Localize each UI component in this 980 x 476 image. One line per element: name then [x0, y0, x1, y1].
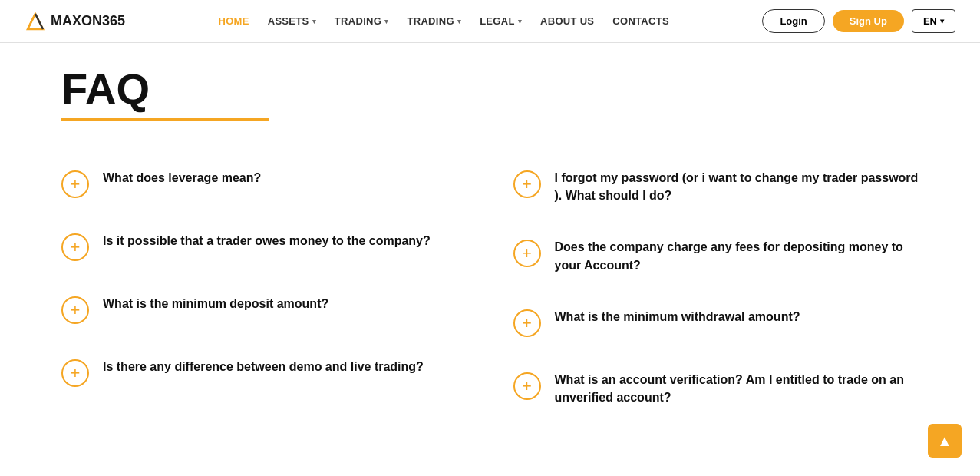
- svg-line-2: [35, 14, 43, 29]
- faq-title: FAQ: [61, 68, 919, 111]
- nav-assets[interactable]: ASSETS ▾: [260, 11, 324, 31]
- faq-item: +What is an account verification? Am I e…: [513, 354, 919, 423]
- faq-question-text: What is the minimum deposit amount?: [103, 295, 328, 312]
- nav-about[interactable]: ABOUT US: [533, 11, 602, 31]
- faq-question-text: Is it possible that a trader owes money …: [103, 232, 431, 250]
- faq-title-underline: [61, 118, 269, 121]
- trading2-chevron-icon: ▾: [457, 18, 461, 25]
- faq-question-text: Is there any difference between demo and…: [103, 358, 424, 375]
- nav-trading2[interactable]: TRADING ▾: [399, 11, 469, 31]
- faq-right-column: +I forgot my password (or i want to chan…: [513, 152, 919, 423]
- trading1-chevron-icon: ▾: [384, 18, 388, 25]
- assets-chevron-icon: ▾: [312, 18, 316, 25]
- language-selector[interactable]: EN ▾: [912, 9, 955, 33]
- faq-question-text: I forgot my password (or i want to chang…: [555, 169, 919, 204]
- faq-left-column: +What does leverage mean?+Is it possible…: [61, 152, 467, 423]
- logo[interactable]: MAXON365: [25, 11, 125, 32]
- faq-item: +Does the company charge any fees for de…: [513, 221, 919, 290]
- faq-item: +What is the minimum deposit amount?: [61, 278, 467, 341]
- nav-home[interactable]: HOME: [211, 11, 257, 31]
- faq-plus-button[interactable]: +: [513, 372, 541, 400]
- faq-plus-button[interactable]: +: [61, 170, 89, 198]
- nav-contacts[interactable]: CONTACTS: [605, 11, 677, 31]
- lang-chevron-icon: ▾: [940, 17, 944, 25]
- nav-trading1[interactable]: TRADING ▾: [327, 11, 397, 31]
- faq-item: +I forgot my password (or i want to chan…: [513, 152, 919, 221]
- logo-icon: [25, 11, 46, 32]
- faq-title-section: FAQ: [61, 68, 919, 121]
- svg-line-1: [28, 14, 35, 29]
- faq-plus-button[interactable]: +: [61, 359, 89, 387]
- faq-question-text: What is the minimum withdrawal amount?: [555, 308, 800, 326]
- signup-button[interactable]: Sign Up: [833, 10, 904, 32]
- faq-plus-button[interactable]: +: [61, 296, 89, 324]
- legal-chevron-icon: ▾: [518, 18, 522, 25]
- faq-item: +Is it possible that a trader owes money…: [61, 215, 467, 278]
- faq-item: +What is the minimum withdrawal amount?: [513, 291, 919, 354]
- login-button[interactable]: Login: [762, 9, 824, 33]
- nav-legal[interactable]: LEGAL ▾: [472, 11, 530, 31]
- faq-question-text: What is an account verification? Am I en…: [555, 371, 919, 406]
- faq-plus-button[interactable]: +: [61, 233, 89, 261]
- faq-item: +Is there any difference between demo an…: [61, 341, 467, 404]
- faq-question-text: What does leverage mean?: [103, 169, 261, 187]
- faq-item: +What does leverage mean?: [61, 152, 467, 215]
- faq-grid: +What does leverage mean?+Is it possible…: [61, 152, 919, 423]
- navbar-actions: Login Sign Up EN ▾: [762, 9, 955, 33]
- navbar: MAXON365 HOME ASSETS ▾ TRADING ▾ TRADING…: [0, 0, 980, 43]
- faq-plus-button[interactable]: +: [513, 309, 541, 337]
- faq-plus-button[interactable]: +: [513, 170, 541, 198]
- faq-page: FAQ +What does leverage mean?+Is it poss…: [0, 43, 980, 423]
- svg-marker-0: [28, 14, 43, 29]
- brand-name: MAXON365: [51, 13, 125, 29]
- faq-plus-button[interactable]: +: [513, 240, 541, 267]
- faq-question-text: Does the company charge any fees for dep…: [555, 238, 919, 273]
- nav-menu: HOME ASSETS ▾ TRADING ▾ TRADING ▾ LEGAL …: [211, 11, 677, 31]
